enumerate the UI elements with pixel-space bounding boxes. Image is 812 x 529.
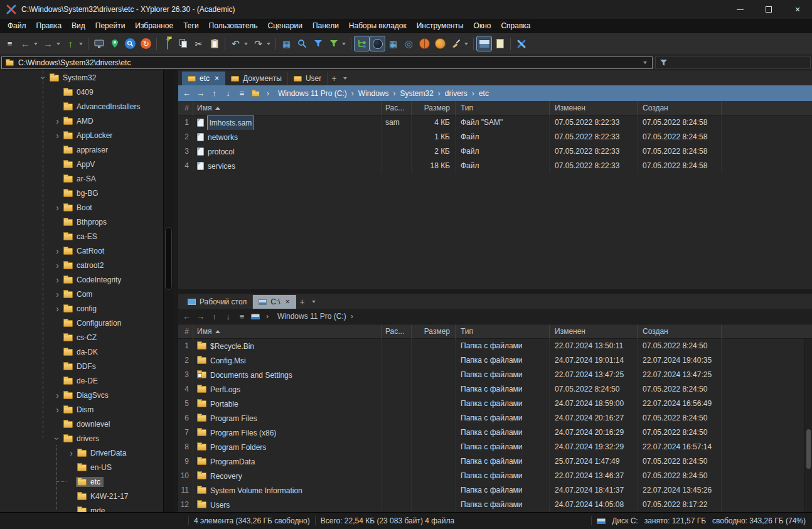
table-row[interactable]: 12 Users Папка с файлами 24.07.2024 14:0… bbox=[178, 498, 812, 512]
crumb-up-icon[interactable]: ↑ bbox=[210, 312, 219, 321]
tree-item[interactable]: de-DE bbox=[0, 373, 163, 388]
scrollbar-thumb[interactable] bbox=[806, 429, 811, 469]
expand-arrow-icon[interactable] bbox=[53, 246, 62, 256]
column-header-number[interactable]: # bbox=[178, 101, 193, 115]
table-row[interactable]: 7 Program Files (x86) Папка с файлами 24… bbox=[178, 425, 812, 440]
tree-item[interactable]: AppV bbox=[0, 157, 163, 171]
column-header-extension[interactable]: Рас... bbox=[382, 324, 412, 339]
new-folder-button[interactable]: + bbox=[159, 36, 175, 51]
column-header-modified[interactable]: Изменен bbox=[550, 101, 638, 115]
tab[interactable]: etc × bbox=[182, 72, 225, 85]
tree-item[interactable]: etc bbox=[0, 474, 163, 489]
list-scrollbar[interactable] bbox=[804, 339, 812, 512]
expand-arrow-icon[interactable] bbox=[53, 203, 62, 213]
breadcrumb-segment[interactable]: System32 › bbox=[398, 89, 442, 98]
expand-arrow-icon[interactable] bbox=[53, 260, 62, 270]
dark-mode-icon[interactable] bbox=[370, 36, 385, 51]
expand-arrow-icon[interactable] bbox=[53, 304, 62, 314]
column-header-extension[interactable]: Рас... bbox=[382, 101, 412, 115]
expand-arrow-icon[interactable] bbox=[53, 289, 62, 299]
crumb-folder-icon[interactable] bbox=[252, 91, 260, 97]
up-button[interactable]: ↑ bbox=[63, 36, 78, 51]
menu-item[interactable]: Файл bbox=[3, 19, 31, 33]
expand-arrow-icon[interactable] bbox=[53, 116, 62, 126]
tree-item[interactable]: Bthprops bbox=[0, 215, 163, 229]
tree-item[interactable]: downlevel bbox=[0, 417, 163, 431]
live-filter-input[interactable] bbox=[671, 58, 806, 67]
location-pin-icon[interactable] bbox=[107, 36, 122, 51]
scrollbar-thumb[interactable] bbox=[165, 227, 172, 290]
tree-item[interactable]: appraiser bbox=[0, 142, 163, 157]
menu-item[interactable]: Панели bbox=[307, 19, 344, 33]
crumb-down-icon[interactable]: ↓ bbox=[223, 88, 233, 98]
column-header-created[interactable]: Создан bbox=[638, 324, 722, 339]
column-header-name[interactable]: Имя bbox=[193, 101, 382, 115]
crumb-down-icon[interactable]: ↓ bbox=[223, 312, 233, 321]
display-icon[interactable] bbox=[91, 36, 107, 51]
column-header-size[interactable]: Размер bbox=[412, 101, 456, 115]
expand-arrow-icon[interactable] bbox=[53, 434, 62, 444]
tree-item[interactable]: ar-SA bbox=[0, 171, 163, 186]
menu-item[interactable]: Наборы вкладок bbox=[344, 19, 412, 33]
undo-button[interactable]: ↶ bbox=[228, 36, 243, 51]
breadcrumb-segment[interactable]: Windows 11 Pro (C:) › bbox=[275, 89, 356, 98]
dual-pane-horizontal-icon[interactable] bbox=[476, 36, 492, 51]
menu-item[interactable]: Пользователь bbox=[204, 19, 263, 33]
tree-item[interactable]: Boot bbox=[0, 200, 163, 215]
table-row[interactable]: 11 System Volume Information Папка с фай… bbox=[178, 483, 812, 498]
tree-item[interactable]: AMD bbox=[0, 114, 163, 128]
table-row[interactable]: 2 Config.Msi Папка с файлами 24.07.2024 … bbox=[178, 353, 812, 368]
table-row[interactable]: 5 Portable Папка с файлами 24.07.2024 18… bbox=[178, 397, 812, 411]
menu-item[interactable]: Сценарии bbox=[262, 19, 307, 33]
tab[interactable]: Рабочий стол × bbox=[182, 295, 253, 309]
crumb-forward-icon[interactable]: → bbox=[196, 312, 205, 321]
crumb-menu-icon[interactable]: ≡ bbox=[237, 88, 247, 98]
spiral-icon[interactable]: ◎ bbox=[401, 36, 417, 51]
expand-arrow-icon[interactable] bbox=[67, 448, 76, 458]
tree-item[interactable]: DiagSvcs bbox=[0, 388, 163, 402]
column-header-type[interactable]: Тип bbox=[456, 101, 550, 115]
gold-ball-icon[interactable] bbox=[432, 36, 448, 51]
up-dropdown-icon[interactable] bbox=[79, 43, 83, 45]
crumb-menu-icon[interactable]: ≡ bbox=[237, 312, 247, 321]
menu-item[interactable]: Инструменты bbox=[412, 19, 469, 33]
vertical-splitter[interactable] bbox=[173, 70, 178, 512]
tab-list-dropdown-icon[interactable] bbox=[340, 72, 351, 85]
crumb-forward-icon[interactable]: → bbox=[196, 88, 205, 98]
filter-dropdown-icon[interactable] bbox=[342, 43, 346, 45]
new-tab-button[interactable]: + bbox=[296, 295, 309, 309]
tree-item[interactable]: AppLocker bbox=[0, 128, 163, 142]
tree-item[interactable]: cs-CZ bbox=[0, 330, 163, 345]
expand-arrow-icon[interactable] bbox=[39, 73, 48, 83]
table-row[interactable]: 2 networks 1 КБ Файл 07.05.2022 8:22:33 … bbox=[178, 130, 812, 144]
menu-item[interactable]: Справка bbox=[496, 19, 535, 33]
minimize-button[interactable] bbox=[725, 0, 754, 19]
table-row[interactable]: 3 Documents and Settings Папка с файлами… bbox=[178, 368, 812, 382]
close-button[interactable]: × bbox=[783, 0, 812, 19]
back-button[interactable]: ← bbox=[18, 36, 33, 51]
tree-item[interactable]: Com bbox=[0, 287, 163, 301]
forward-button[interactable]: → bbox=[40, 36, 56, 51]
tree-item[interactable]: CodeIntegrity bbox=[0, 272, 163, 287]
tab-list-dropdown-icon[interactable] bbox=[309, 295, 320, 309]
tab-close-icon[interactable]: × bbox=[215, 75, 219, 82]
tree-item[interactable]: catroot2 bbox=[0, 258, 163, 272]
tree-scrollbar[interactable] bbox=[163, 70, 173, 512]
tree-item[interactable]: DDFs bbox=[0, 359, 163, 373]
expand-arrow-icon[interactable] bbox=[53, 275, 62, 285]
tree-item[interactable]: System32 bbox=[0, 70, 163, 85]
address-dropdown-icon[interactable] bbox=[643, 61, 647, 64]
single-pane-icon[interactable] bbox=[492, 36, 508, 51]
paste-icon[interactable] bbox=[206, 36, 222, 51]
table-row[interactable]: 9 ProgramData Папка с файлами 25.07.2024… bbox=[178, 454, 812, 469]
tree-item[interactable]: Configuration bbox=[0, 316, 163, 330]
tree-item[interactable]: config bbox=[0, 301, 163, 316]
horizontal-splitter[interactable] bbox=[178, 289, 812, 294]
tree-item[interactable]: da-DK bbox=[0, 345, 163, 359]
table-row[interactable]: 4 PerfLogs Папка с файлами 07.05.2022 8:… bbox=[178, 382, 812, 397]
expand-arrow-icon[interactable] bbox=[53, 131, 62, 141]
tree-item[interactable]: drivers bbox=[0, 431, 163, 446]
basketball-icon[interactable] bbox=[417, 36, 432, 51]
tree-item[interactable]: mde bbox=[0, 503, 163, 512]
tree-item[interactable]: K4W-21-17 bbox=[0, 489, 163, 503]
